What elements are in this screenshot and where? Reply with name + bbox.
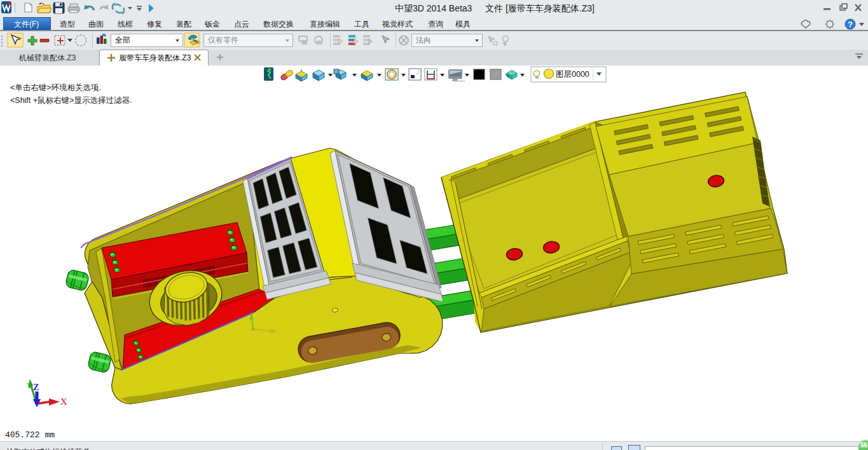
svg-text:X: X [60, 397, 67, 407]
svg-text:Z: Z [33, 383, 39, 392]
svg-text:Y: Y [27, 381, 33, 390]
svg-text:图层0000: 图层0000 [556, 70, 589, 79]
